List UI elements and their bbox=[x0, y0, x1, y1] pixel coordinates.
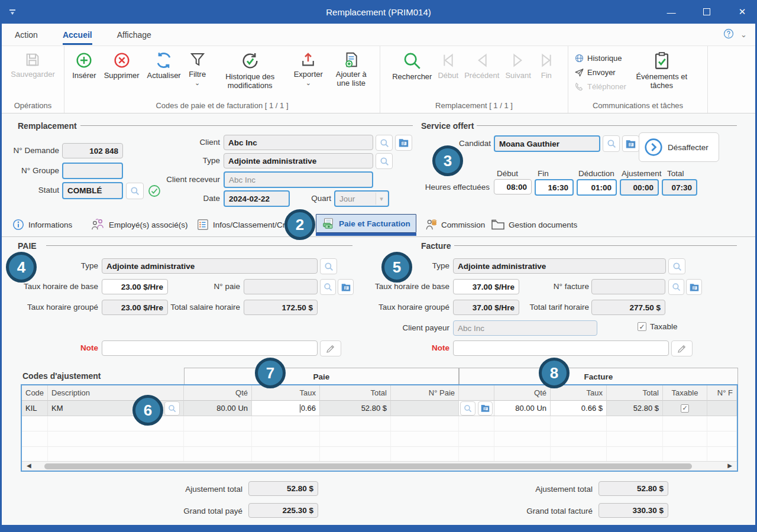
statut-lookup-button[interactable] bbox=[126, 183, 144, 199]
menu-tab-affichage[interactable]: Affichage bbox=[117, 24, 151, 46]
horizontal-scrollbar[interactable]: ◀ ▶ bbox=[22, 461, 737, 471]
list-icon bbox=[196, 218, 209, 231]
history-button[interactable]: Historique bbox=[574, 53, 622, 63]
heures-fin-field[interactable]: 16:30 bbox=[535, 179, 574, 196]
paie-taux-groupe-field[interactable]: 23.00 $/Hre bbox=[102, 300, 168, 315]
candidat-lookup-button[interactable] bbox=[603, 135, 620, 152]
client-field[interactable]: Abc Inc bbox=[224, 135, 373, 150]
heures-debut-field[interactable]: 08:00 bbox=[494, 179, 532, 194]
heures-deduction-field[interactable]: 01:00 bbox=[577, 179, 617, 196]
no-paie-field[interactable] bbox=[244, 279, 318, 294]
cell-qte-paie[interactable]: 80.00 Un bbox=[184, 401, 252, 416]
callout-badge-7: 7 bbox=[255, 358, 286, 388]
desaffecter-button[interactable]: Désaffecter bbox=[639, 132, 719, 162]
grid-empty-row[interactable] bbox=[22, 432, 737, 447]
delete-button[interactable]: Supprimer bbox=[104, 51, 140, 80]
paie-note-field[interactable] bbox=[102, 340, 318, 356]
no-facture-open-card-button[interactable] bbox=[686, 279, 702, 295]
candidat-open-card-button[interactable] bbox=[622, 135, 639, 152]
type-field[interactable]: Adjointe administrative bbox=[224, 153, 373, 168]
events-tasks-button[interactable]: Événements et tâches bbox=[635, 51, 689, 90]
scroll-left-arrow[interactable]: ◀ bbox=[27, 462, 31, 469]
first-record-button[interactable]: Début bbox=[438, 51, 458, 80]
filter-button[interactable]: Filtre ⌄ bbox=[189, 51, 206, 85]
insert-button[interactable]: Insérer bbox=[72, 51, 96, 80]
cell-no-facture[interactable] bbox=[707, 401, 737, 416]
cell-no-paie[interactable] bbox=[391, 401, 459, 416]
heures-ajustement-field[interactable]: 00:00 bbox=[620, 179, 659, 196]
cell-taux-facture[interactable]: 0.66 $ bbox=[551, 401, 607, 416]
facture-note-edit-button[interactable] bbox=[671, 340, 693, 356]
row-lookup-button[interactable] bbox=[460, 401, 475, 416]
scrollbar-thumb[interactable] bbox=[44, 463, 692, 469]
client-receveur-field[interactable]: Abc Inc bbox=[224, 171, 373, 188]
last-record-button[interactable]: Fin bbox=[537, 51, 556, 80]
type-lookup-button[interactable] bbox=[376, 153, 393, 169]
client-open-card-button[interactable] bbox=[395, 135, 412, 151]
ribbon-collapse-chevron-icon[interactable]: ⌄ bbox=[740, 30, 747, 39]
refresh-button[interactable]: Actualiser bbox=[147, 51, 181, 80]
cell-code[interactable]: KIL bbox=[22, 401, 48, 416]
tab-commission[interactable]: Commission bbox=[425, 215, 485, 234]
cell-taxable[interactable]: ✓ bbox=[663, 401, 707, 416]
facture-type-lookup-button[interactable] bbox=[668, 258, 685, 274]
client-label: Client bbox=[142, 138, 220, 147]
facture-type-field[interactable]: Adjointe administrative bbox=[453, 258, 666, 274]
total-salaire-field[interactable]: 172.50 $ bbox=[244, 300, 318, 315]
cell-taux-paie[interactable]: 0.66 bbox=[252, 401, 320, 416]
tab-paie-facturation[interactable]: Paie et Facturation bbox=[316, 214, 416, 233]
candidat-field[interactable]: Moana Gauthier bbox=[494, 135, 600, 152]
close-button[interactable]: ✕ bbox=[735, 7, 750, 17]
no-paie-lookup-button[interactable] bbox=[320, 279, 336, 295]
heures-total-field[interactable]: 07:30 bbox=[662, 179, 697, 196]
send-button[interactable]: Envoyer bbox=[574, 67, 616, 77]
taxable-row-checkbox[interactable]: ✓ bbox=[681, 404, 689, 413]
cell-qte-facture[interactable]: 80.00 Un bbox=[494, 401, 551, 416]
statut-field[interactable]: COMBLÉ bbox=[62, 182, 123, 199]
save-button[interactable]: Sauvegarder bbox=[11, 51, 54, 79]
paie-taux-base-field[interactable]: 23.00 $/Hre bbox=[102, 279, 168, 294]
paie-type-field[interactable]: Adjointe administrative bbox=[102, 258, 318, 274]
scroll-right-arrow[interactable]: ▶ bbox=[727, 462, 732, 469]
date-field[interactable]: 2024-02-22 bbox=[224, 190, 290, 207]
search-button[interactable]: Rechercher bbox=[392, 51, 432, 82]
export-button[interactable]: Exporter ⌄ bbox=[294, 51, 323, 85]
maximize-button[interactable] bbox=[699, 7, 714, 17]
cell-description[interactable]: KM bbox=[48, 401, 184, 416]
grid-empty-row[interactable] bbox=[22, 416, 737, 432]
previous-record-button[interactable]: Précédent bbox=[464, 51, 499, 80]
total-tarif-field[interactable]: 277.50 $ bbox=[591, 300, 665, 315]
grid-empty-row[interactable] bbox=[22, 447, 737, 462]
tab-infos-classement[interactable]: Infos/Classement/Cri bbox=[196, 215, 287, 234]
section-title-service: Service offert bbox=[421, 121, 474, 131]
help-icon[interactable] bbox=[723, 28, 735, 42]
no-facture-field[interactable] bbox=[591, 279, 665, 294]
cell-total-facture[interactable]: 52.80 $ bbox=[607, 401, 663, 416]
facture-note-field[interactable] bbox=[453, 340, 669, 356]
no-facture-lookup-button[interactable] bbox=[668, 279, 684, 295]
row-open-card-button[interactable] bbox=[478, 401, 493, 416]
facture-taux-base-field[interactable]: 37.00 $/Hre bbox=[453, 279, 519, 294]
tab-informations[interactable]: Informations bbox=[12, 215, 72, 234]
quart-dropdown-arrow-icon[interactable]: ▾ bbox=[376, 193, 387, 205]
description-lookup-button[interactable] bbox=[164, 401, 180, 416]
tab-employes-associes[interactable]: Employé(s) associé(s) bbox=[90, 215, 188, 234]
cell-total-paie[interactable]: 52.80 $ bbox=[320, 401, 391, 416]
menu-tab-accueil[interactable]: Accueil bbox=[63, 24, 92, 46]
paie-type-lookup-button[interactable] bbox=[320, 258, 337, 274]
paie-note-edit-button[interactable] bbox=[320, 340, 341, 356]
history-modifications-button[interactable]: Historique des modifications bbox=[214, 51, 286, 90]
tab-gestion-documents[interactable]: Gestion documents bbox=[491, 215, 577, 234]
add-to-list-button[interactable]: Ajouter à une liste bbox=[331, 51, 372, 88]
quart-select[interactable]: Jour ▾ bbox=[334, 190, 389, 207]
no-groupe-field[interactable] bbox=[62, 163, 123, 179]
client-payeur-field[interactable]: Abc Inc bbox=[453, 320, 597, 336]
menu-tab-action[interactable]: Action bbox=[15, 24, 38, 46]
phone-button[interactable]: Téléphoner bbox=[574, 82, 626, 92]
no-demande-field[interactable]: 102 848 bbox=[62, 143, 123, 158]
client-lookup-button[interactable] bbox=[376, 135, 393, 151]
taxable-checkbox[interactable]: ✓ bbox=[638, 322, 646, 331]
minimize-button[interactable]: — bbox=[664, 7, 679, 17]
next-record-button[interactable]: Suivant bbox=[505, 51, 530, 80]
facture-taux-groupe-field[interactable]: 37.00 $/Hre bbox=[453, 300, 519, 315]
